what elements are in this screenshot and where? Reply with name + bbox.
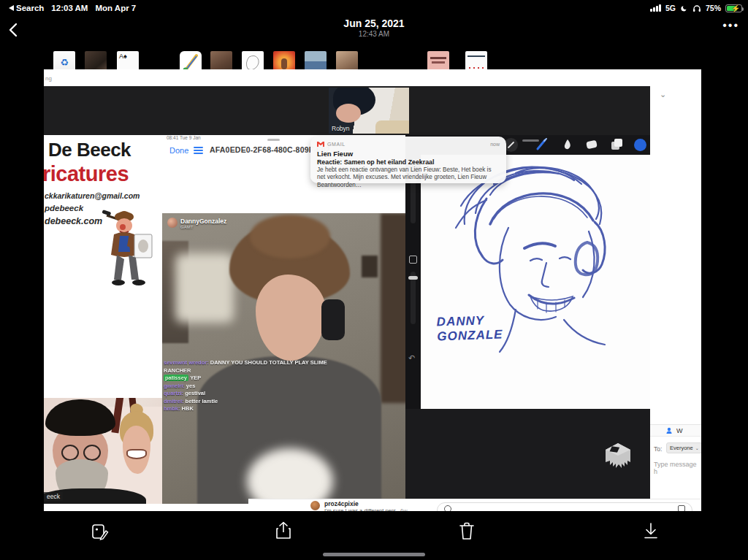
share-button[interactable]: [274, 521, 293, 544]
notification-subject: Reactie: Samen op het eiland Zeekraal: [317, 158, 500, 166]
artist-glasses-left: [61, 445, 79, 461]
status-time: 12:03 AM: [51, 4, 88, 12]
participant-icon: [666, 427, 674, 434]
comment-text: I'm sure I was a different pers: [324, 507, 396, 511]
slideover-grabber: [267, 139, 280, 141]
camera-icon: [678, 505, 685, 511]
zoom-chat-header-text: W: [676, 427, 683, 434]
cartoon-figure: [281, 58, 287, 69]
artist-name-label: eeck: [44, 492, 63, 501]
stream-avatar: [167, 218, 178, 228]
chat-message: hmbk: HBK: [162, 405, 330, 413]
charging-bolt-icon: ⚡: [731, 4, 740, 12]
danny-stream-video: DannyGonzalez GAMT sevmwnt wredor: DANNY…: [162, 213, 405, 504]
recipient-dropdown: Everyone ⌄: [666, 442, 701, 453]
chat-message: quartzi: gestival: [162, 390, 330, 398]
procreate-canvas: DANNY GONZALE: [421, 155, 650, 409]
message-placeholder: Type message h: [654, 461, 701, 475]
sketch-caption-line2: GONZALE: [437, 327, 503, 344]
headphones-icon: [692, 4, 701, 12]
page-title: Jun 25, 2021: [0, 18, 748, 29]
gmail-notification: GMAIL now Lien Fieuw Reactie: Samen op h…: [310, 137, 506, 183]
modify-button: [409, 256, 417, 264]
chat-message: patissey YEP: [162, 375, 330, 383]
notification-app-name: GMAIL: [327, 142, 487, 147]
status-date: Mon Apr 7: [95, 4, 136, 12]
danny-headphone-cup: [321, 299, 345, 340]
robyn-webcam-tile: Robyn: [329, 88, 409, 134]
chat-message: dmitrei: better lamtle: [162, 398, 330, 406]
debeeck-title: De Beeck: [48, 139, 131, 161]
page-subtitle: 12:43 AM: [0, 30, 748, 38]
debeeck-handle: pdebeeck: [45, 204, 83, 212]
markup-button[interactable]: [91, 522, 110, 544]
delete-button[interactable]: [457, 521, 476, 544]
danny-hair-top: [250, 215, 330, 258]
recipient-value: Everyone: [670, 445, 693, 451]
debeeck-email: ckkarikaturen@gmail.com: [45, 191, 140, 200]
notification-body: Je hebt een reactie ontvangen van Lien F…: [317, 166, 500, 189]
window-light: [175, 253, 234, 323]
stream-meta: GAMT: [180, 225, 226, 229]
eraser-tool-icon: [584, 138, 599, 151]
caricature-woman-smile: [126, 449, 147, 459]
home-indicator[interactable]: [323, 553, 425, 556]
stream-chat-overlay: sevmwnt wredor: DANNY YOU SHOULD TOTALLY…: [162, 359, 330, 413]
comment-input-field: [437, 502, 692, 511]
comment-time: 6w: [400, 507, 408, 511]
dropdown-chevron-icon: ⌄: [695, 445, 699, 450]
layers-tool-icon: [609, 137, 624, 152]
wall-frame: [362, 256, 378, 277]
caricature-man-illustration: [86, 207, 159, 297]
artist-webcam-video: eeck: [44, 398, 162, 504]
procreate-logo: [601, 440, 635, 480]
chat-message: sevmwnt wredor: DANNY YOU SHOULD TOTALLY…: [162, 359, 330, 375]
artist-hat: [45, 399, 115, 436]
danny-blue-sketch: [421, 155, 650, 409]
robyn-bed: [375, 120, 409, 134]
network-label: 5G: [665, 4, 676, 12]
artist-glasses-right: [83, 445, 101, 461]
robyn-forehead: [336, 104, 361, 123]
done-button: Done: [169, 146, 188, 155]
ace-of-spades-icon: A♠: [117, 51, 139, 60]
to-label: To:: [654, 445, 662, 453]
notification-time: now: [490, 142, 500, 147]
battery-icon: ⚡: [725, 4, 742, 12]
debeeck-subtitle: ricatures: [44, 162, 129, 186]
stream-username: DannyGonzalez: [180, 218, 226, 225]
danny-face: [256, 275, 326, 361]
pink-card-text-line2: [432, 61, 445, 64]
photo-top-strip: ng: [44, 69, 701, 86]
commenter-username: proz4cpixie: [324, 500, 359, 507]
pink-card-text-line: [430, 57, 446, 59]
back-to-search-link[interactable]: Search: [9, 4, 44, 12]
robyn-name-label: Robyn: [332, 125, 350, 132]
smudge-tool-icon: [560, 137, 575, 152]
zoom-chat-header: W: [650, 424, 701, 437]
opacity-handle: [408, 276, 418, 280]
back-app-label: Search: [16, 4, 44, 12]
door-frame: [381, 213, 405, 403]
do-not-disturb-moon-icon: [680, 4, 688, 12]
commenter-avatar: [310, 501, 320, 510]
brush-tool-icon: [535, 137, 549, 152]
sketch-caption: DANNY GONZALE: [436, 312, 503, 343]
photo-date-header: Jun 25, 2021 12:43 AM: [0, 18, 748, 38]
gmail-icon: [317, 141, 324, 147]
status-bar: Search 12:03 AM Mon Apr 7 5G 75% ⚡: [0, 0, 748, 18]
procreate-sidebar: ↶: [405, 155, 421, 409]
partial-text: ng: [45, 75, 52, 82]
ipad-photos-app: Search 12:03 AM Mon Apr 7 5G 75% ⚡ Jun 2…: [0, 0, 748, 560]
back-triangle-icon: [9, 5, 14, 11]
main-photo[interactable]: ng Robyn ⌄ De Beeck ricatures ckkarikatu…: [44, 69, 701, 511]
undo-icon: ↶: [408, 353, 415, 363]
collapse-chevron-icon: ⌄: [660, 90, 666, 99]
more-options-button[interactable]: •••: [722, 19, 739, 32]
chat-message: gwnelri: yes: [162, 383, 330, 391]
inner-status-text: 08:41 Tue 9 Jan: [167, 135, 201, 140]
list-view-icon: [194, 147, 203, 155]
stream-user-label: DannyGonzalez GAMT: [167, 218, 226, 229]
download-button[interactable]: [641, 521, 660, 544]
notification-sender: Lien Fieuw: [317, 150, 500, 158]
